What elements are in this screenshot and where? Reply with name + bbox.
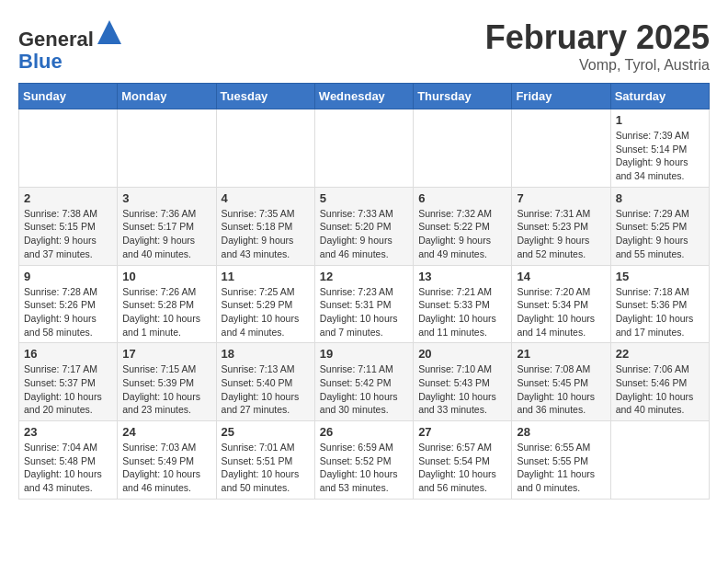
logo: General Blue [18, 18, 123, 73]
calendar-week-row: 16Sunrise: 7:17 AM Sunset: 5:37 PM Dayli… [19, 343, 710, 421]
day-number: 22 [616, 347, 704, 361]
calendar-cell [512, 109, 610, 188]
calendar-header-friday: Friday [512, 84, 610, 109]
day-number: 4 [222, 191, 310, 205]
calendar-cell: 24Sunrise: 7:03 AM Sunset: 5:49 PM Dayli… [118, 421, 216, 500]
day-info: Sunrise: 7:03 AM Sunset: 5:49 PM Dayligh… [122, 441, 210, 495]
month-title: February 2025 [485, 18, 710, 57]
day-number: 10 [122, 270, 210, 283]
day-info: Sunrise: 6:55 AM Sunset: 5:55 PM Dayligh… [517, 441, 605, 495]
day-number: 16 [24, 347, 112, 361]
day-number: 2 [24, 191, 112, 205]
day-number: 17 [122, 347, 210, 361]
calendar-week-row: 1Sunrise: 7:39 AM Sunset: 5:14 PM Daylig… [19, 109, 710, 188]
calendar-cell: 3Sunrise: 7:36 AM Sunset: 5:17 PM Daylig… [118, 187, 216, 265]
day-number: 9 [24, 270, 112, 283]
day-number: 26 [320, 425, 408, 439]
day-number: 23 [24, 425, 112, 439]
logo-blue-text: Blue [18, 50, 63, 73]
day-info: Sunrise: 7:11 AM Sunset: 5:42 PM Dayligh… [320, 362, 408, 417]
day-number: 6 [418, 191, 506, 205]
day-number: 1 [616, 113, 704, 127]
calendar-cell: 13Sunrise: 7:21 AM Sunset: 5:33 PM Dayli… [414, 265, 512, 343]
calendar-cell: 27Sunrise: 6:57 AM Sunset: 5:54 PM Dayli… [414, 421, 512, 500]
day-number: 5 [320, 191, 408, 205]
day-number: 21 [517, 347, 605, 361]
day-info: Sunrise: 7:39 AM Sunset: 5:14 PM Dayligh… [616, 129, 704, 183]
calendar-cell [314, 109, 413, 188]
day-number: 14 [517, 270, 605, 283]
day-number: 28 [517, 425, 605, 439]
calendar-cell: 11Sunrise: 7:25 AM Sunset: 5:29 PM Dayli… [216, 265, 314, 343]
calendar-cell: 10Sunrise: 7:26 AM Sunset: 5:28 PM Dayli… [118, 265, 216, 343]
calendar-cell: 6Sunrise: 7:32 AM Sunset: 5:22 PM Daylig… [414, 187, 512, 265]
day-info: Sunrise: 6:59 AM Sunset: 5:52 PM Dayligh… [320, 441, 408, 495]
day-info: Sunrise: 7:29 AM Sunset: 5:25 PM Dayligh… [616, 207, 704, 261]
calendar-cell [610, 421, 709, 500]
calendar-cell: 18Sunrise: 7:13 AM Sunset: 5:40 PM Dayli… [216, 343, 314, 421]
day-number: 3 [122, 191, 210, 205]
day-info: Sunrise: 7:01 AM Sunset: 5:51 PM Dayligh… [222, 441, 310, 495]
page-header: General Blue February 2025 Vomp, Tyrol, … [18, 18, 710, 74]
calendar-cell: 1Sunrise: 7:39 AM Sunset: 5:14 PM Daylig… [610, 109, 709, 188]
calendar-cell [118, 109, 216, 188]
calendar-cell: 25Sunrise: 7:01 AM Sunset: 5:51 PM Dayli… [216, 421, 314, 500]
calendar-cell: 21Sunrise: 7:08 AM Sunset: 5:45 PM Dayli… [512, 343, 610, 421]
day-info: Sunrise: 7:15 AM Sunset: 5:39 PM Dayligh… [122, 362, 210, 417]
day-info: Sunrise: 7:20 AM Sunset: 5:34 PM Dayligh… [517, 285, 605, 339]
title-block: February 2025 Vomp, Tyrol, Austria [485, 18, 710, 74]
day-info: Sunrise: 6:57 AM Sunset: 5:54 PM Dayligh… [418, 441, 506, 495]
calendar-cell [19, 109, 118, 188]
day-info: Sunrise: 7:33 AM Sunset: 5:20 PM Dayligh… [320, 207, 408, 261]
day-number: 12 [320, 270, 408, 283]
calendar-cell [216, 109, 314, 188]
day-info: Sunrise: 7:36 AM Sunset: 5:17 PM Dayligh… [122, 207, 210, 261]
day-number: 27 [418, 425, 506, 439]
svg-marker-0 [97, 20, 121, 44]
calendar-header-thursday: Thursday [414, 84, 512, 109]
logo-icon [96, 18, 123, 46]
calendar-cell: 5Sunrise: 7:33 AM Sunset: 5:20 PM Daylig… [314, 187, 413, 265]
day-info: Sunrise: 7:31 AM Sunset: 5:23 PM Dayligh… [517, 207, 605, 261]
calendar-header-monday: Monday [118, 84, 216, 109]
day-info: Sunrise: 7:25 AM Sunset: 5:29 PM Dayligh… [222, 285, 310, 339]
day-info: Sunrise: 7:13 AM Sunset: 5:40 PM Dayligh… [222, 362, 310, 417]
day-info: Sunrise: 7:06 AM Sunset: 5:46 PM Dayligh… [616, 362, 704, 417]
day-info: Sunrise: 7:10 AM Sunset: 5:43 PM Dayligh… [418, 362, 506, 417]
calendar-cell: 23Sunrise: 7:04 AM Sunset: 5:48 PM Dayli… [19, 421, 118, 500]
day-number: 11 [222, 270, 310, 283]
calendar-cell: 16Sunrise: 7:17 AM Sunset: 5:37 PM Dayli… [19, 343, 118, 421]
day-number: 25 [222, 425, 310, 439]
calendar-cell: 9Sunrise: 7:28 AM Sunset: 5:26 PM Daylig… [19, 265, 118, 343]
day-info: Sunrise: 7:17 AM Sunset: 5:37 PM Dayligh… [24, 362, 112, 417]
calendar-header-wednesday: Wednesday [314, 84, 413, 109]
day-info: Sunrise: 7:04 AM Sunset: 5:48 PM Dayligh… [24, 441, 112, 495]
calendar-header-tuesday: Tuesday [216, 84, 314, 109]
day-number: 24 [122, 425, 210, 439]
day-info: Sunrise: 7:23 AM Sunset: 5:31 PM Dayligh… [320, 285, 408, 339]
day-number: 19 [320, 347, 408, 361]
day-info: Sunrise: 7:08 AM Sunset: 5:45 PM Dayligh… [517, 362, 605, 417]
day-number: 13 [418, 270, 506, 283]
calendar-cell: 2Sunrise: 7:38 AM Sunset: 5:15 PM Daylig… [19, 187, 118, 265]
day-info: Sunrise: 7:32 AM Sunset: 5:22 PM Dayligh… [418, 207, 506, 261]
day-number: 20 [418, 347, 506, 361]
calendar-cell: 26Sunrise: 6:59 AM Sunset: 5:52 PM Dayli… [314, 421, 413, 500]
calendar-cell: 12Sunrise: 7:23 AM Sunset: 5:31 PM Dayli… [314, 265, 413, 343]
day-info: Sunrise: 7:26 AM Sunset: 5:28 PM Dayligh… [122, 285, 210, 339]
day-number: 7 [517, 191, 605, 205]
calendar-cell: 14Sunrise: 7:20 AM Sunset: 5:34 PM Dayli… [512, 265, 610, 343]
day-number: 8 [616, 191, 704, 205]
day-number: 15 [616, 270, 704, 283]
calendar-cell: 20Sunrise: 7:10 AM Sunset: 5:43 PM Dayli… [414, 343, 512, 421]
calendar-cell: 22Sunrise: 7:06 AM Sunset: 5:46 PM Dayli… [610, 343, 709, 421]
calendar-cell: 17Sunrise: 7:15 AM Sunset: 5:39 PM Dayli… [118, 343, 216, 421]
calendar-cell: 7Sunrise: 7:31 AM Sunset: 5:23 PM Daylig… [512, 187, 610, 265]
day-info: Sunrise: 7:18 AM Sunset: 5:36 PM Dayligh… [616, 285, 704, 339]
calendar-header-saturday: Saturday [610, 84, 709, 109]
location-text: Vomp, Tyrol, Austria [485, 57, 710, 74]
logo-general-text: General [18, 28, 94, 51]
calendar-header-row: SundayMondayTuesdayWednesdayThursdayFrid… [19, 84, 710, 109]
day-info: Sunrise: 7:28 AM Sunset: 5:26 PM Dayligh… [24, 285, 112, 339]
day-number: 18 [222, 347, 310, 361]
